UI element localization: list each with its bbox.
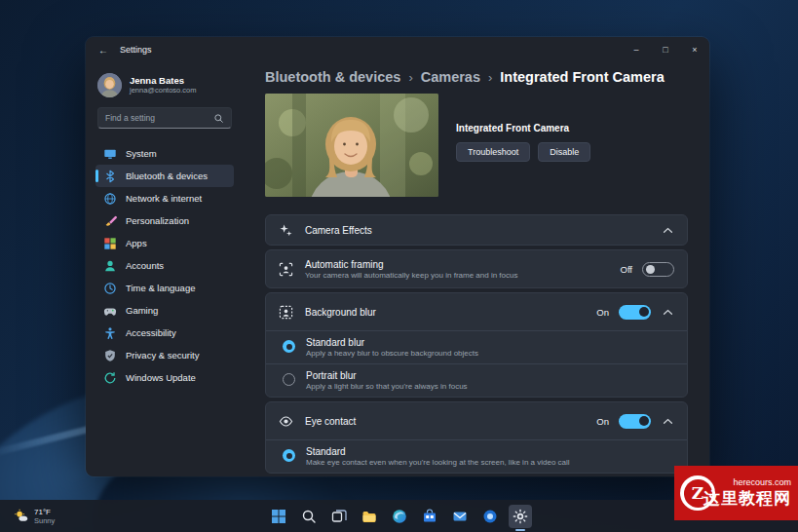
network-icon [103, 192, 117, 206]
weather-temperature: 71°F [34, 508, 55, 516]
chevron-up-icon[interactable] [661, 414, 674, 428]
accessibility-icon [103, 326, 117, 340]
window-title: Settings [120, 45, 152, 55]
sidebar-item-label: Gaming [126, 305, 158, 316]
breadcrumb-bluetooth-devices[interactable]: Bluetooth & devices [265, 68, 400, 87]
settings-taskbar-icon[interactable] [509, 505, 532, 528]
maximize-button[interactable]: □ [651, 37, 680, 62]
user-profile[interactable]: Jenna Bates jenna@contoso.com [95, 68, 234, 101]
sidebar-item-label: Accounts [126, 260, 164, 271]
background-blur-state: On [596, 307, 609, 318]
sidebar-item-label: Privacy & security [126, 350, 200, 361]
search-box[interactable] [97, 107, 232, 129]
windows-update-icon [103, 371, 117, 385]
background-blur-title: Background blur [305, 307, 376, 318]
close-button[interactable]: × [680, 37, 709, 62]
portrait-blur-label: Portrait blur [306, 370, 468, 381]
gaming-icon [103, 304, 117, 318]
page-title: Integrated Front Camera [500, 68, 664, 87]
sidebar-item-gaming[interactable]: Gaming [95, 299, 234, 322]
standard-blur-label: Standard blur [306, 337, 478, 348]
privacy-icon [103, 349, 117, 362]
watermark-badge: Z herecours.com 这里教程网 [674, 466, 798, 520]
eye-contact-card: Eye contact On Standard [265, 401, 688, 474]
desktop: ← Settings – □ × [0, 0, 798, 532]
sidebar-item-time-language[interactable]: Time & language [95, 277, 234, 299]
portrait-blur-radio[interactable] [283, 373, 295, 386]
sidebar-item-label: Personalization [126, 215, 189, 226]
sidebar-item-bluetooth-devices[interactable]: Bluetooth & devices [95, 165, 234, 187]
eye-contact-standard-option[interactable]: Standard Make eye contact even when you'… [266, 440, 687, 473]
chevron-up-icon[interactable] [661, 223, 674, 237]
sidebar-item-label: Accessibility [126, 327, 176, 338]
background-blur-header[interactable]: Background blur On [266, 293, 687, 330]
eye-contact-header[interactable]: Eye contact On [266, 402, 687, 439]
store-icon[interactable] [418, 505, 441, 528]
eye-contact-title: Eye contact [305, 416, 356, 427]
titlebar[interactable]: ← Settings – □ × [86, 37, 709, 62]
time-language-icon [103, 282, 117, 295]
photos-icon[interactable] [478, 505, 502, 528]
standard-blur-option[interactable]: Standard blur Apply a heavy blur to obsc… [266, 331, 687, 363]
start-button[interactable] [267, 505, 290, 528]
chevron-up-icon[interactable] [661, 305, 674, 319]
breadcrumb: Bluetooth & devices › Cameras › Integrat… [265, 68, 688, 87]
toggle-knob [646, 265, 655, 274]
automatic-framing-toggle[interactable] [642, 262, 674, 277]
automatic-framing-icon [279, 262, 293, 277]
breadcrumb-cameras[interactable]: Cameras [421, 68, 480, 87]
breadcrumb-separator: › [488, 68, 492, 87]
troubleshoot-button[interactable]: Troubleshoot [456, 142, 530, 162]
sidebar-item-system[interactable]: System [95, 142, 234, 165]
portrait-blur-option[interactable]: Portrait blur Apply a light blur so that… [266, 364, 687, 397]
watermark-brand: 这里教程网 [703, 488, 791, 510]
sidebar-item-label: Windows Update [126, 372, 196, 383]
settings-window: ← Settings – □ × [86, 37, 709, 476]
weather-condition: Sunny [34, 516, 55, 525]
search-input[interactable] [105, 113, 213, 123]
automatic-framing-description: Your camera will automatically keep you … [305, 271, 517, 280]
camera-effects-card: Camera Effects [265, 214, 688, 246]
camera-effects-header[interactable]: Camera Effects [266, 215, 687, 245]
background-blur-toggle[interactable] [619, 305, 651, 320]
toggle-knob [639, 307, 649, 317]
apps-icon [103, 237, 117, 250]
eye-contact-standard-radio[interactable] [283, 449, 295, 462]
eye-contact-icon [279, 414, 293, 429]
taskbar-search-icon[interactable] [297, 505, 321, 528]
sidebar-item-accounts[interactable]: Accounts [95, 254, 234, 277]
sidebar-item-label: Network & internet [126, 193, 202, 204]
camera-name: Integrated Front Camera [456, 123, 590, 133]
task-view-icon[interactable] [327, 505, 351, 528]
automatic-framing-card: Automatic framing Your camera will autom… [265, 249, 688, 288]
standard-blur-radio[interactable] [283, 340, 295, 353]
camera-preview-image [265, 94, 438, 197]
sidebar-item-accessibility[interactable]: Accessibility [95, 322, 234, 344]
sidebar-item-personalization[interactable]: Personalization [95, 209, 234, 232]
bluetooth-icon [103, 170, 117, 183]
mail-icon[interactable] [448, 505, 472, 528]
main-content: Bluetooth & devices › Cameras › Integrat… [242, 62, 709, 476]
sidebar-item-privacy-security[interactable]: Privacy & security [95, 344, 234, 366]
background-blur-icon [279, 305, 293, 320]
sidebar-item-windows-update[interactable]: Windows Update [95, 366, 234, 389]
edge-icon[interactable] [388, 505, 411, 528]
sidebar-item-apps[interactable]: Apps [95, 232, 234, 254]
sidebar-item-network-internet[interactable]: Network & internet [95, 187, 234, 209]
background-blur-card: Background blur On Standard blur [265, 292, 688, 398]
sidebar-item-label: Bluetooth & devices [126, 171, 208, 181]
automatic-framing-title: Automatic framing [305, 259, 517, 270]
toggle-knob [639, 416, 649, 426]
sidebar-nav: System Bluetooth & devices Network & int… [95, 142, 234, 389]
weather-widget[interactable]: 71°F Sunny [8, 500, 60, 532]
sidebar-item-label: System [126, 148, 157, 159]
portrait-blur-description: Apply a light blur so that you're always… [306, 382, 468, 391]
back-icon[interactable]: ← [96, 45, 110, 56]
eye-contact-toggle[interactable] [619, 414, 651, 429]
minimize-button[interactable]: – [622, 37, 651, 62]
file-explorer-icon[interactable] [358, 505, 381, 528]
system-icon [103, 147, 117, 161]
sidebar-item-label: Time & language [126, 283, 195, 293]
disable-button[interactable]: Disable [538, 142, 590, 162]
breadcrumb-separator: › [408, 68, 412, 87]
